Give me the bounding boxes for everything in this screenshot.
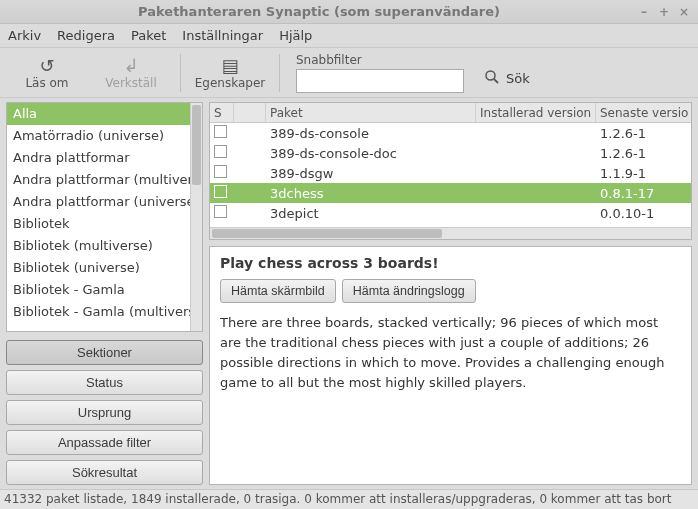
category-item[interactable]: Bibliotek - Gamla — [7, 279, 202, 301]
pkg-latest: 0.8.1-17 — [596, 186, 688, 201]
scrollbar-thumb[interactable] — [212, 229, 442, 238]
pkg-latest: 1.2.6-1 — [596, 126, 688, 141]
minimize-icon[interactable]: – — [636, 4, 652, 20]
maximize-icon[interactable]: + — [656, 4, 672, 20]
category-item[interactable]: Andra plattformar — [7, 147, 202, 169]
table-row[interactable]: 389-dsgw 1.1.9-1 — [210, 163, 691, 183]
reload-label: Läs om — [25, 76, 68, 90]
pkg-name: 3dchess — [266, 186, 476, 201]
category-item[interactable]: Andra plattformar (universe) — [7, 191, 202, 213]
package-hscrollbar[interactable] — [210, 227, 691, 239]
col-status[interactable]: S — [210, 103, 234, 122]
status-checkbox[interactable] — [214, 165, 227, 178]
category-item[interactable]: Bibliotek — [7, 213, 202, 235]
properties-icon: ▤ — [221, 56, 238, 76]
origin-button[interactable]: Ursprung — [6, 400, 203, 425]
right-pane: S Paket Installerad version Senaste vers… — [207, 98, 698, 489]
package-table: S Paket Installerad version Senaste vers… — [209, 102, 692, 240]
status-checkbox[interactable] — [214, 185, 227, 198]
toolbar: ↺ Läs om ↲ Verkställ ▤ Egenskaper Snabbf… — [0, 48, 698, 98]
category-list[interactable]: Alla Amatörradio (universe) Andra plattf… — [6, 102, 203, 332]
window-title: Pakethanteraren Synaptic (som superanvän… — [6, 4, 632, 19]
quickfilter-input[interactable] — [296, 69, 464, 93]
changelog-button[interactable]: Hämta ändringslogg — [342, 279, 476, 303]
status-checkbox[interactable] — [214, 145, 227, 158]
col-package[interactable]: Paket — [266, 103, 476, 122]
apply-icon: ↲ — [123, 56, 138, 76]
category-scrollbar[interactable] — [190, 103, 202, 331]
category-item[interactable]: Andra plattformar (multiverse) — [7, 169, 202, 191]
left-pane: Alla Amatörradio (universe) Andra plattf… — [0, 98, 207, 489]
package-header[interactable]: S Paket Installerad version Senaste vers… — [210, 103, 691, 123]
quickfilter-block: Snabbfilter — [296, 53, 464, 93]
statusbar: 41332 paket listade, 1849 installerade, … — [0, 489, 698, 509]
titlebar: Pakethanteraren Synaptic (som superanvän… — [0, 0, 698, 24]
menu-paket[interactable]: Paket — [131, 28, 166, 43]
view-buttons: Sektioner Status Ursprung Anpassade filt… — [6, 340, 203, 485]
pkg-name: 389-ds-console-doc — [266, 146, 476, 161]
pkg-latest: 1.1.9-1 — [596, 166, 688, 181]
search-label: Sök — [506, 71, 530, 86]
pkg-name: 389-ds-console — [266, 126, 476, 141]
category-item[interactable]: Bibliotek (universe) — [7, 257, 202, 279]
menu-hjalp[interactable]: Hjälp — [279, 28, 312, 43]
col-latest[interactable]: Senaste versio — [596, 103, 688, 122]
table-row[interactable]: 389-ds-console-doc 1.2.6-1 — [210, 143, 691, 163]
menu-arkiv[interactable]: Arkiv — [8, 28, 41, 43]
status-button[interactable]: Status — [6, 370, 203, 395]
menu-redigera[interactable]: Redigera — [57, 28, 115, 43]
col-blank[interactable] — [234, 103, 266, 122]
pkg-latest: 1.2.6-1 — [596, 146, 688, 161]
category-item[interactable]: Alla — [7, 103, 202, 125]
category-item[interactable]: Bibliotek (multiverse) — [7, 235, 202, 257]
pkg-name: 3depict — [266, 206, 476, 221]
table-row[interactable]: 389-ds-console 1.2.6-1 — [210, 123, 691, 143]
main-split: Alla Amatörradio (universe) Andra plattf… — [0, 98, 698, 489]
table-row[interactable]: 3depict 0.0.10-1 — [210, 203, 691, 223]
toolbar-separator — [180, 54, 181, 92]
menubar: Arkiv Redigera Paket Inställningar Hjälp — [0, 24, 698, 48]
apply-label: Verkställ — [105, 76, 157, 90]
search-icon — [484, 69, 500, 89]
description-pane: Play chess across 3 boards! Hämta skärmb… — [209, 246, 692, 485]
status-checkbox[interactable] — [214, 205, 227, 218]
category-item[interactable]: Amatörradio (universe) — [7, 125, 202, 147]
search-results-button[interactable]: Sökresultat — [6, 460, 203, 485]
custom-filters-button[interactable]: Anpassade filter — [6, 430, 203, 455]
pkg-name: 389-dsgw — [266, 166, 476, 181]
reload-button[interactable]: ↺ Läs om — [8, 51, 86, 95]
toolbar-separator-2 — [279, 54, 280, 92]
reload-icon: ↺ — [39, 56, 54, 76]
col-installed[interactable]: Installerad version — [476, 103, 596, 122]
svg-point-0 — [486, 71, 495, 80]
status-checkbox[interactable] — [214, 125, 227, 138]
pkg-latest: 0.0.10-1 — [596, 206, 688, 221]
description-title: Play chess across 3 boards! — [220, 255, 681, 271]
svg-line-1 — [494, 79, 498, 83]
apply-button: ↲ Verkställ — [92, 51, 170, 95]
category-item[interactable]: Bibliotek - Gamla (multiverse) — [7, 301, 202, 323]
close-icon[interactable]: × — [676, 4, 692, 20]
quickfilter-label: Snabbfilter — [296, 53, 464, 67]
menu-installningar[interactable]: Inställningar — [182, 28, 263, 43]
description-body: There are three boards, stacked vertical… — [220, 313, 681, 394]
screenshot-button[interactable]: Hämta skärmbild — [220, 279, 336, 303]
properties-button[interactable]: ▤ Egenskaper — [191, 51, 269, 95]
properties-label: Egenskaper — [195, 76, 265, 90]
table-row[interactable]: 3dchess 0.8.1-17 — [210, 183, 691, 203]
sections-button[interactable]: Sektioner — [6, 340, 203, 365]
scrollbar-thumb[interactable] — [192, 105, 201, 185]
search-button[interactable]: Sök — [484, 69, 530, 89]
